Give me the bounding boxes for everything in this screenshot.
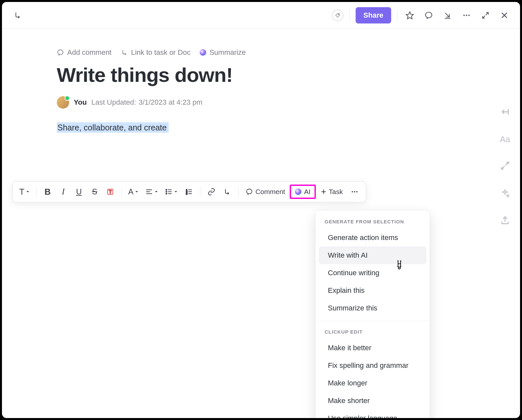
- svg-point-28: [354, 191, 355, 192]
- task-label: Task: [329, 188, 343, 196]
- summarize-button[interactable]: Summarize: [200, 48, 246, 57]
- add-comment-label: Add comment: [67, 48, 112, 57]
- ai-button[interactable]: AI: [290, 185, 316, 199]
- text-style-button[interactable]: T: [17, 184, 32, 199]
- numbered-list-button[interactable]: 123: [182, 184, 196, 199]
- svg-point-29: [356, 191, 358, 192]
- svg-point-27: [352, 191, 353, 192]
- star-icon[interactable]: [403, 9, 416, 22]
- svg-point-2: [425, 12, 432, 18]
- divider: [200, 187, 200, 197]
- ai-dropdown-menu: GENERATE FROM SELECTION Generate action …: [315, 210, 430, 418]
- write-with-ai-item[interactable]: Write with AI: [319, 247, 426, 264]
- ai-orb-icon: [295, 188, 301, 195]
- more-icon[interactable]: [460, 9, 473, 22]
- sparkle-icon[interactable]: [500, 188, 510, 199]
- comment-label: Comment: [255, 188, 285, 196]
- svg-point-5: [468, 14, 469, 16]
- summarize-label: Summarize: [209, 48, 246, 57]
- expand-icon[interactable]: [479, 9, 492, 22]
- svg-text:3: 3: [186, 192, 188, 195]
- link-button[interactable]: [204, 184, 219, 199]
- divider: [349, 9, 350, 21]
- svg-marker-1: [406, 12, 413, 19]
- share-button[interactable]: Share: [356, 7, 391, 23]
- make-it-better-item[interactable]: Make it better: [319, 339, 426, 357]
- italic-button[interactable]: I: [56, 184, 70, 199]
- svg-point-34: [507, 162, 509, 164]
- indent-icon[interactable]: [500, 107, 510, 118]
- bullet-list-button[interactable]: [162, 184, 180, 199]
- make-shorter-item[interactable]: Make shorter: [319, 392, 426, 410]
- floating-toolbar: T B I U S T A: [12, 181, 366, 202]
- continue-writing-item[interactable]: Continue writing: [319, 264, 426, 282]
- right-rail: Aa: [490, 107, 520, 227]
- underline-button[interactable]: U: [72, 184, 86, 199]
- generate-action-items-item[interactable]: Generate action items: [319, 229, 426, 247]
- svg-point-6: [58, 50, 63, 55]
- svg-point-3: [463, 14, 465, 16]
- avatar[interactable]: [57, 96, 69, 109]
- more-toolbar-button[interactable]: [347, 184, 362, 199]
- font-settings-button[interactable]: Aa: [500, 134, 510, 144]
- divider: [238, 187, 238, 197]
- comment-button[interactable]: Comment: [242, 188, 288, 196]
- ai-label: AI: [304, 188, 311, 196]
- subtask-icon[interactable]: [11, 9, 24, 22]
- bold-button[interactable]: B: [40, 184, 55, 199]
- simpler-language-item[interactable]: Use simpler language: [319, 410, 426, 418]
- ai-orb-icon: [200, 49, 206, 56]
- link-to-task-button[interactable]: Link to task or Doc: [121, 48, 191, 57]
- svg-point-16: [166, 193, 167, 194]
- font-color-button[interactable]: A: [126, 184, 141, 199]
- divider: [36, 187, 37, 197]
- page-title[interactable]: Write things down!: [2, 57, 520, 96]
- selected-text[interactable]: Share, collaborate, and create: [57, 123, 520, 132]
- text-color-button[interactable]: T: [103, 184, 117, 199]
- author-name: You: [74, 98, 87, 107]
- strikethrough-button[interactable]: S: [87, 184, 102, 199]
- svg-point-33: [501, 168, 503, 169]
- fix-spelling-item[interactable]: Fix spelling and grammar: [319, 357, 426, 374]
- ai-menu-section-header: CLICKUP EDIT: [315, 326, 430, 339]
- last-updated-value: 3/1/2023 at 4:23 pm: [139, 98, 203, 107]
- comment-icon[interactable]: [422, 9, 435, 22]
- svg-point-12: [166, 189, 167, 190]
- make-longer-item[interactable]: Make longer: [319, 374, 426, 392]
- svg-point-14: [166, 191, 167, 192]
- divider: [397, 9, 397, 21]
- align-button[interactable]: [143, 184, 161, 199]
- task-button[interactable]: Task: [317, 188, 346, 196]
- ai-menu-section-header: GENERATE FROM SELECTION: [315, 216, 430, 229]
- summarize-this-item[interactable]: Summarize this: [319, 299, 426, 317]
- close-icon[interactable]: [498, 9, 511, 22]
- merge-icon[interactable]: [500, 161, 510, 172]
- tag-icon[interactable]: [332, 9, 344, 21]
- add-comment-button[interactable]: Add comment: [57, 48, 112, 57]
- download-icon[interactable]: [441, 9, 454, 22]
- svg-text:T: T: [109, 189, 112, 194]
- svg-point-24: [247, 189, 252, 194]
- explain-this-item[interactable]: Explain this: [319, 282, 426, 299]
- divider: [121, 187, 122, 197]
- subtask-toolbar-button[interactable]: [220, 184, 234, 199]
- svg-point-4: [466, 14, 467, 16]
- link-to-task-label: Link to task or Doc: [131, 48, 191, 57]
- menu-divider: [315, 321, 430, 321]
- last-updated-label: Last Updated:: [91, 98, 136, 107]
- svg-point-0: [338, 14, 339, 15]
- upload-icon[interactable]: [500, 216, 510, 227]
